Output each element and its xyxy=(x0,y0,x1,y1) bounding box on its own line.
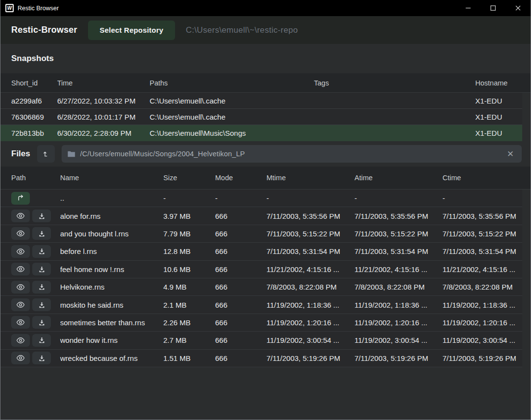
repository-path: C:\Users\emuell\~\restic-repo xyxy=(186,25,298,35)
titlebar[interactable]: W Restic Browser xyxy=(0,0,531,16)
preview-file-button[interactable] xyxy=(11,227,30,240)
file-ctime: 11/19/2002, 3:00:54 ... xyxy=(442,336,519,344)
file-mtime: 7/11/2003, 5:19:26 PM xyxy=(266,354,354,362)
column-header-ctime[interactable]: Ctime xyxy=(442,174,528,182)
column-header-mtime[interactable]: Mtime xyxy=(266,174,354,182)
file-row[interactable]: wrecked because of.rns 1.51 MB 666 7/11/… xyxy=(0,350,522,367)
preview-file-button[interactable] xyxy=(11,298,30,311)
file-row[interactable]: feel home now !.rns 10.6 MB 666 11/21/20… xyxy=(0,261,522,278)
file-row[interactable]: before l.rns 12.8 MB 666 7/11/2003, 5:31… xyxy=(0,243,522,260)
current-path-bar[interactable]: /C/Users/emuell/Music/Songs/2004_Helveti… xyxy=(62,145,522,163)
snapshot-paths: C:\Users\emuell\.cache xyxy=(150,97,314,105)
column-header-time[interactable]: Time xyxy=(57,79,150,87)
download-file-button[interactable] xyxy=(32,210,51,222)
file-name: alone for.rns xyxy=(60,212,163,220)
download-file-button[interactable] xyxy=(32,298,51,311)
file-ctime: 7/8/2003, 8:22:08 PM xyxy=(442,283,519,291)
download-icon xyxy=(38,301,45,309)
download-file-button[interactable] xyxy=(32,334,51,347)
file-name: .. xyxy=(60,194,163,202)
column-header-tags[interactable]: Tags xyxy=(314,79,475,87)
minimize-button[interactable] xyxy=(456,0,481,16)
file-mode: 666 xyxy=(215,336,266,344)
file-atime: 7/11/2003, 5:31:54 PM xyxy=(354,247,442,255)
file-ctime: - xyxy=(442,194,519,202)
app-header: Restic-Browser Select Repository C:\User… xyxy=(0,16,531,44)
preview-file-button[interactable] xyxy=(11,245,30,258)
file-mode: 666 xyxy=(215,247,266,255)
file-mtime: 7/8/2003, 8:22:08 PM xyxy=(266,283,354,291)
file-row[interactable]: sometimes better than.rns 2.26 MB 666 11… xyxy=(0,314,522,332)
file-size: 2.26 MB xyxy=(163,318,215,327)
window-title: Restic Browser xyxy=(18,5,59,12)
column-header-name[interactable]: Name xyxy=(60,174,163,182)
file-name: feel home now !.rns xyxy=(60,265,163,273)
clear-path-icon[interactable]: ✕ xyxy=(505,149,516,159)
file-mode: - xyxy=(215,194,266,202)
file-atime: 11/19/2002, 1:20:16 ... xyxy=(354,318,442,327)
file-mode: 666 xyxy=(215,301,266,309)
eye-icon xyxy=(16,355,25,361)
preview-file-button[interactable] xyxy=(11,334,30,347)
files-section-header: Files /C/Users/emuell/Music/Songs/2004_H… xyxy=(0,141,531,167)
close-icon xyxy=(515,5,521,11)
file-row[interactable]: wonder how it.rns 2.7 MB 666 11/19/2002,… xyxy=(0,332,522,349)
empty-area xyxy=(0,367,531,420)
file-row[interactable]: moskito he said.rns 2.1 MB 666 11/19/200… xyxy=(0,296,522,314)
preview-file-button[interactable] xyxy=(11,352,30,364)
download-icon xyxy=(38,230,45,237)
download-file-button[interactable] xyxy=(32,316,51,329)
file-size: 4.9 MB xyxy=(163,283,215,291)
file-mode: 666 xyxy=(215,318,266,327)
file-row[interactable]: Helvikone.rns 4.9 MB 666 7/8/2003, 8:22:… xyxy=(0,278,522,296)
preview-file-button[interactable] xyxy=(11,316,30,329)
snapshot-paths: C:\Users\emuell\.cache xyxy=(150,113,314,121)
eye-icon xyxy=(16,266,25,273)
goto-root-button[interactable] xyxy=(37,145,55,163)
snapshot-row[interactable]: 76306869 6/28/2022, 10:01:17 PM C:\Users… xyxy=(0,109,522,125)
file-atime: 7/11/2003, 5:35:56 PM xyxy=(354,212,442,220)
snapshot-hostname: X1-EDU xyxy=(475,97,513,105)
download-file-button[interactable] xyxy=(32,245,51,258)
file-name: Helvikone.rns xyxy=(60,283,163,291)
file-size: - xyxy=(163,194,215,202)
file-size: 2.7 MB xyxy=(163,336,215,344)
maximize-button[interactable] xyxy=(481,0,506,16)
file-size: 7.79 MB xyxy=(163,230,215,238)
file-row[interactable]: and you thought l.rns 7.79 MB 666 7/11/2… xyxy=(0,225,522,243)
column-header-mode[interactable]: Mode xyxy=(215,174,266,182)
preview-file-button[interactable] xyxy=(11,281,30,294)
snapshots-heading: Snapshots xyxy=(11,54,54,63)
navigate-up-button[interactable] xyxy=(11,192,30,205)
column-header-paths[interactable]: Paths xyxy=(150,79,314,87)
column-header-short-id[interactable]: Short_id xyxy=(11,79,57,87)
download-file-button[interactable] xyxy=(32,352,51,364)
download-file-button[interactable] xyxy=(32,227,51,240)
preview-file-button[interactable] xyxy=(11,263,30,275)
wails-logo-icon: W xyxy=(5,4,14,12)
file-size: 1.51 MB xyxy=(163,354,215,362)
file-row[interactable]: alone for.rns 3.97 MB 666 7/11/2003, 5:3… xyxy=(0,207,522,225)
download-file-button[interactable] xyxy=(32,281,51,294)
file-mtime: 7/11/2003, 5:35:56 PM xyxy=(266,212,354,220)
snapshot-row[interactable]: a2299af6 6/27/2022, 10:03:32 PM C:\Users… xyxy=(0,93,522,109)
file-atime: 11/19/2002, 3:00:54 ... xyxy=(354,336,442,344)
column-header-atime[interactable]: Atime xyxy=(354,174,442,182)
eye-icon xyxy=(16,212,25,219)
column-header-hostname[interactable]: Hostname xyxy=(475,79,522,87)
file-ctime: 7/11/2003, 5:35:56 PM xyxy=(442,212,519,220)
column-header-size[interactable]: Size xyxy=(163,174,215,182)
eye-icon xyxy=(16,319,25,326)
file-name: wrecked because of.rns xyxy=(60,354,163,362)
app-window: W Restic Browser Restic-Browser Select R… xyxy=(0,0,531,420)
parent-directory-row[interactable]: .. - - - - - xyxy=(0,189,522,207)
column-header-path[interactable]: Path xyxy=(11,174,60,182)
snapshot-row-selected[interactable]: 72b813bb 6/30/2022, 2:28:09 PM C:\Users\… xyxy=(0,125,522,141)
file-ctime: 7/11/2003, 5:19:26 PM xyxy=(442,354,519,362)
snapshot-time: 6/27/2022, 10:03:32 PM xyxy=(57,97,150,105)
file-mtime: 11/19/2002, 1:20:16 ... xyxy=(266,318,354,327)
close-button[interactable] xyxy=(506,0,531,16)
download-file-button[interactable] xyxy=(32,263,51,275)
select-repository-button[interactable]: Select Repository xyxy=(88,21,175,40)
preview-file-button[interactable] xyxy=(11,210,30,222)
